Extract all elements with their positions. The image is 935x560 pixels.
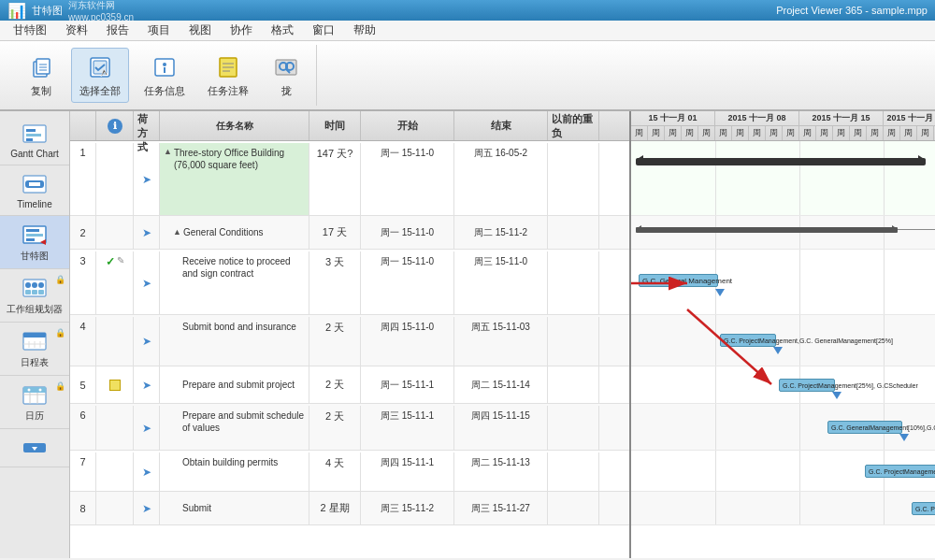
gantt-sub-16: 周 — [884, 126, 900, 140]
td-end-3: 周三 15-11-0 — [454, 251, 548, 314]
svg-point-33 — [25, 282, 31, 288]
sidebar-item-gantt[interactable]: 甘特图 — [0, 216, 69, 269]
table-row[interactable]: 5 ➤ Prepare and submit project 2 天 周一 15… — [70, 366, 629, 404]
select-all-button[interactable]: 选择全部 — [71, 48, 129, 103]
td-end-4: 周五 15-11-03 — [454, 317, 548, 366]
sidebar-item-timeline[interactable]: Timeline — [0, 165, 69, 216]
td-num-4: 4 — [70, 317, 96, 366]
main-content: Gantt Chart Timeline — [0, 111, 935, 558]
td-name-4: Submit bond and insurance — [160, 317, 309, 366]
td-ind-2 — [96, 216, 134, 249]
sidebar-item-schedule[interactable]: 🔒 日程表 — [0, 323, 69, 376]
td-pred-6 — [548, 406, 599, 450]
gantt-sub-15: 周 — [867, 126, 884, 140]
td-pred-1 — [548, 143, 599, 215]
gantt-sub-5: 周 — [698, 126, 715, 140]
copy-label: 复制 — [31, 84, 51, 98]
menu-gantt[interactable]: 甘特图 — [4, 21, 56, 40]
sidebar-item-work-org[interactable]: 🔒 工作组规划器 — [0, 269, 69, 323]
table-row[interactable]: 7 ➤ Obtain building permits 4 天 周四 15-11… — [70, 451, 629, 492]
gantt-row-7: G.C. ProjectManagement[50%], G.CProcurem… — [631, 451, 935, 492]
gantt-date-bottom: 周 周 周 周 周 周 周 周 周 周 周 周 周 周 周 周 周 周 — [631, 126, 935, 140]
find-button[interactable]: 拢 — [264, 49, 309, 102]
schedule-icon — [20, 328, 50, 354]
table-area: ℹ 负荷方式 任务名称 时间 开始 结束 以前的重负 1 ➤ ▲ Three-s… — [70, 111, 631, 558]
td-name-6: Prepare and submit schedule of values — [160, 406, 309, 450]
svg-point-35 — [38, 282, 44, 288]
menu-help[interactable]: 帮助 — [344, 21, 385, 40]
td-end-8: 周三 15-11-27 — [454, 492, 548, 524]
menu-window[interactable]: 窗口 — [303, 21, 344, 40]
table-row[interactable]: 1 ➤ ▲ Three-story Office Building (76,00… — [70, 141, 629, 216]
th-pred: 以前的重负 — [548, 111, 599, 140]
svg-rect-37 — [32, 290, 37, 294]
sidebar-item-calendar[interactable]: 🔒 日历 — [0, 376, 69, 429]
svg-rect-22 — [26, 134, 41, 136]
gantt-bar-6: G.C. GeneralManagement[10%],G.C. Pr — [827, 421, 902, 434]
task-note-label: 任务注释 — [208, 84, 249, 98]
menu-collab[interactable]: 协作 — [221, 21, 262, 40]
toolbar-group-main: 复制 选择全部 任务信息 — [11, 45, 317, 106]
td-start-1: 周一 15-11-0 — [361, 143, 454, 215]
work-org-icon — [20, 275, 50, 301]
td-num-5: 5 — [70, 366, 96, 403]
app-title-left: 甘特图 — [32, 4, 63, 18]
watermark: 河东软件网 www.pc0359.cn — [68, 0, 134, 22]
td-assign-1: ➤ — [134, 143, 160, 215]
lock-icon-3: 🔒 — [55, 381, 65, 391]
menu-project[interactable]: 项目 — [138, 21, 180, 40]
gantt-chart-icon — [20, 121, 50, 147]
table-body: 1 ➤ ▲ Three-story Office Building (76,00… — [70, 141, 629, 558]
menu-data[interactable]: 资料 — [56, 21, 97, 40]
td-assign-8: ➤ — [134, 492, 160, 524]
table-row[interactable]: 8 ➤ Submit 2 星期 周三 15-11-2 周三 15-11-27 — [70, 492, 629, 525]
th-name: 任务名称 — [160, 111, 309, 140]
menu-bar: 甘特图 资料 报告 项目 视图 协作 格式 窗口 帮助 — [0, 21, 935, 41]
td-end-5: 周二 15-11-14 — [454, 366, 548, 403]
gantt-sub-4: 周 — [682, 126, 698, 140]
td-start-8: 周三 15-11-2 — [361, 492, 454, 524]
svg-rect-46 — [23, 387, 46, 393]
sidebar-item-more[interactable] — [0, 429, 69, 467]
task-info-button[interactable]: 任务信息 — [137, 49, 193, 102]
copy-icon — [26, 52, 56, 82]
gantt-row-6: G.C. GeneralManagement[10%],G.C. Pr — [631, 404, 935, 451]
gantt-week-4: 2015 十一月 22 — [884, 111, 935, 125]
gantt-sub-9: 周 — [766, 126, 783, 140]
td-name-2: ▲ General Conditions — [160, 216, 309, 249]
menu-report[interactable]: 报告 — [97, 21, 138, 40]
td-ind-8 — [96, 492, 134, 524]
gantt-row-4: G.C. ProjectManagement,G.C. GeneralManag… — [631, 315, 935, 366]
menu-format[interactable]: 格式 — [262, 21, 303, 40]
find-label: 拢 — [281, 84, 292, 98]
th-dur: 时间 — [309, 111, 361, 140]
td-dur-1: 147 天? — [309, 143, 361, 215]
svg-rect-38 — [38, 290, 44, 294]
task-note-button[interactable]: 任务注释 — [200, 49, 256, 102]
gantt-sub-12: 周 — [816, 126, 833, 140]
td-num-1: 1 — [70, 143, 96, 215]
td-assign-4: ➤ — [134, 317, 160, 366]
table-row[interactable]: 4 ➤ Submit bond and insurance 2 天 周四 15-… — [70, 315, 629, 366]
gantt-sub-3: 周 — [665, 126, 682, 140]
gantt-body: G.C. General Management G.C. ProjectMana… — [631, 141, 935, 558]
svg-rect-40 — [23, 333, 46, 337]
th-info: ℹ — [96, 111, 134, 140]
gantt-sub-1: 周 — [631, 126, 648, 140]
svg-point-51 — [39, 389, 42, 392]
gantt-row-1 — [631, 141, 935, 216]
info-icon: ℹ — [108, 119, 122, 134]
sidebar-label-calendar: 日历 — [25, 409, 44, 423]
table-row[interactable]: 2 ➤ ▲ General Conditions 17 天 周一 15-11-0… — [70, 216, 629, 250]
svg-rect-19 — [285, 65, 288, 68]
table-row[interactable]: 6 ➤ Prepare and submit schedule of value… — [70, 404, 629, 451]
th-num — [70, 111, 96, 140]
sidebar-item-gantt-chart[interactable]: Gantt Chart — [0, 115, 69, 165]
table-row[interactable]: 3 ✓ ✎ ➤ Receive notice to proceed and si… — [70, 250, 629, 315]
copy-button[interactable]: 复制 — [19, 49, 64, 102]
td-dur-7: 4 天 — [309, 452, 361, 491]
td-pred-7 — [548, 452, 599, 491]
menu-view[interactable]: 视图 — [180, 21, 221, 40]
th-assign: 负荷方式 — [134, 111, 160, 140]
td-dur-8: 2 星期 — [309, 492, 361, 524]
